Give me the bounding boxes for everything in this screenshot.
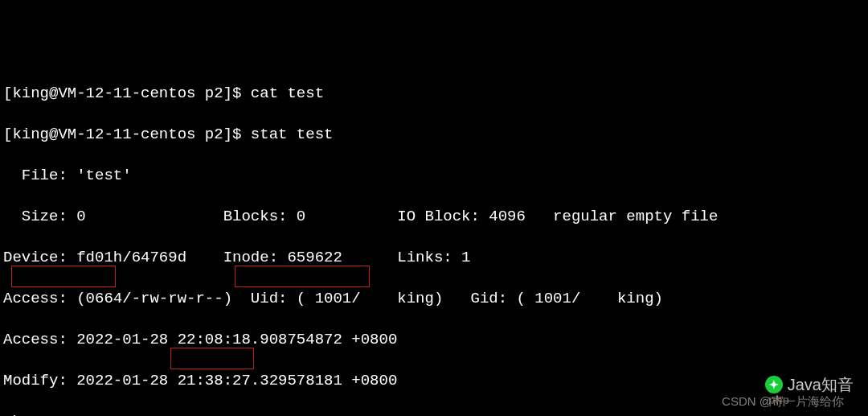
- command-text: cat test: [251, 84, 324, 102]
- stat-change-time: Change: 2022-01-28 21:38:27.329578181 +0…: [3, 412, 865, 416]
- stat-size: Size: 0 Blocks: 0 IO Block: 4096 regular…: [3, 207, 865, 228]
- highlight-modify-time: [170, 348, 254, 369]
- stat-modify-time: Modify: 2022-01-28 21:38:27.329578181 +0…: [3, 371, 865, 392]
- watermark-csdn: CSDN @寄一片海给你: [722, 391, 844, 412]
- highlight-size: [11, 266, 116, 287]
- terminal-line: [king@VM-12-11-centos p2]$ stat test: [3, 125, 865, 146]
- terminal-line: [king@VM-12-11-centos p2]$ cat test: [3, 84, 865, 105]
- shell-prompt: [king@VM-12-11-centos p2]$: [3, 126, 251, 143]
- stat-access-perms: Access: (0664/-rw-rw-r--) Uid: ( 1001/ k…: [3, 289, 865, 310]
- stat-device: Device: fd01h/64769d Inode: 659622 Links…: [3, 248, 865, 269]
- command-text: stat test: [251, 126, 334, 143]
- stat-access-time: Access: 2022-01-28 22:08:18.908754872 +0…: [3, 330, 865, 351]
- highlight-blocks: [235, 266, 370, 287]
- stat-file: File: 'test': [3, 166, 865, 187]
- shell-prompt: [king@VM-12-11-centos p2]$: [3, 84, 251, 102]
